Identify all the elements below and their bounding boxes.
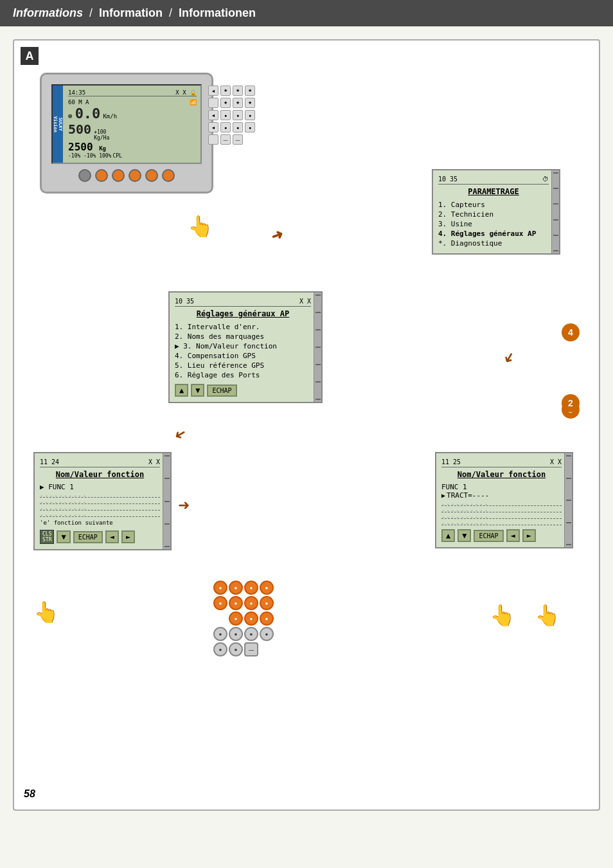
- panel-right-func: FUNC 1: [441, 483, 562, 491]
- menu-item-2: 2. Technicien: [438, 210, 549, 219]
- btn-reglages-echap[interactable]: ECHAP: [207, 384, 236, 397]
- numpad-btn-2-2[interactable]: ●: [244, 611, 258, 626]
- btn-r1c1[interactable]: ◄: [208, 86, 218, 96]
- screen-content: 14:35 X X 🔒 60 M A 📶 ⊗ 0.0 Km/h: [68, 89, 197, 159]
- panel-right-dash3: ----------: [441, 514, 562, 519]
- btn-r2c4[interactable]: ★: [245, 98, 255, 108]
- btn-r1c2[interactable]: ★: [220, 86, 231, 96]
- screen-speed-row: ⊗ 0.0 Km/h: [68, 105, 197, 122]
- btn-r3c2[interactable]: ●: [220, 110, 231, 120]
- panel-reglages-time: 10 35: [175, 298, 194, 305]
- panel-left-footer-text: 'e' fonction suivante: [40, 520, 160, 526]
- screen-top-row: 14:35 X X 🔒: [68, 89, 197, 96]
- btn-row-5[interactable]: — —: [208, 134, 255, 145]
- screen-qty: 2500 Kg: [68, 141, 197, 153]
- btn-r5c1[interactable]: [208, 134, 218, 145]
- device-btn-4[interactable]: [129, 169, 141, 182]
- numpad-btn-2-0: [213, 611, 227, 626]
- btn-left-down[interactable]: ▼: [57, 530, 70, 543]
- numpad-btn-1-0[interactable]: ●: [213, 596, 227, 610]
- reglages-item-4: 4. Compensation GPS: [175, 351, 311, 361]
- numpad-btn-4-1[interactable]: ●: [229, 642, 243, 656]
- arrow-down-1: ➜: [499, 348, 520, 367]
- reglages-item-5: 5. Lieu référence GPS: [175, 361, 311, 370]
- numpad-btn-0-0[interactable]: ●: [213, 581, 227, 595]
- panel-right-header: 11 25 X X: [441, 458, 562, 467]
- numpad-btn-3-2[interactable]: ●: [244, 627, 258, 641]
- panel-reglages-footer[interactable]: ▲ ▼ ECHAP: [175, 384, 311, 397]
- numpad-grid[interactable]: ● ● ● ● ● ● ● ● ● ● ● ● ● ● ● ● ● —: [213, 581, 274, 656]
- btn-row-4[interactable]: ◄ ● ● ●: [208, 122, 255, 132]
- btn-cls-str[interactable]: CLSSTR: [40, 530, 54, 544]
- numpad-btn-4-3: [260, 642, 274, 656]
- numpad-btn-2-3[interactable]: ●: [260, 611, 274, 626]
- main-content: A SULKYVision 14:35 X X 🔒 60 M A: [0, 26, 613, 824]
- btn-r2c3[interactable]: ★: [233, 98, 243, 108]
- reglages-item-6: 6. Réglage des Ports: [175, 370, 311, 380]
- btn-reglages-up[interactable]: ▲: [175, 384, 188, 397]
- btn-r4c4[interactable]: ●: [245, 122, 255, 132]
- device-bottom-buttons[interactable]: [51, 169, 202, 182]
- btn-r2c2[interactable]: ★: [220, 98, 231, 108]
- numpad-btn-0-1[interactable]: ●: [229, 581, 243, 595]
- device-btn-3[interactable]: [112, 169, 125, 182]
- btn-row-1[interactable]: ◄ ★ ★ ★: [208, 86, 255, 96]
- numpad-btn-3-3[interactable]: ●: [260, 627, 274, 641]
- panel-parametrage-icon: ⏱: [542, 176, 549, 183]
- device-btn-6[interactable]: [162, 169, 175, 182]
- device-btn-5[interactable]: [145, 169, 158, 182]
- numpad-btn-4-0[interactable]: ●: [213, 642, 227, 656]
- device-btn-1[interactable]: [78, 169, 91, 182]
- panel-right-buttons[interactable]: ▲ ▼ ECHAP ◄ ►: [441, 529, 562, 542]
- screen-time: 14:35: [68, 89, 85, 96]
- device-btn-2[interactable]: [95, 169, 108, 182]
- numpad-btn-1-1[interactable]: ●: [229, 596, 243, 610]
- panel-reglages-title: Réglages généraux AP: [175, 309, 311, 318]
- panel-nom-valeur-right: 11 25 X X Nom/Valeur fonction FUNC 1 ▶ T…: [435, 452, 573, 548]
- btn-left-right[interactable]: ►: [121, 530, 135, 543]
- badge-2: 2: [562, 394, 580, 412]
- device-right-buttons[interactable]: ◄ ★ ★ ★ ★ ★ ★ ◄ ● ● ●: [208, 86, 255, 145]
- btn-right-echap[interactable]: ECHAP: [474, 530, 503, 542]
- btn-r5c3[interactable]: —: [233, 134, 243, 145]
- btn-row-3[interactable]: ◄ ● ● ●: [208, 110, 255, 120]
- header-title-french: Informations: [13, 6, 83, 20]
- section-label: A: [21, 47, 39, 65]
- btn-r3c4[interactable]: ●: [245, 110, 255, 120]
- btn-r4c1[interactable]: ◄: [208, 122, 218, 132]
- btn-r5c2[interactable]: —: [220, 134, 231, 145]
- btn-r4c2[interactable]: ●: [220, 122, 231, 132]
- btn-right-left[interactable]: ◄: [506, 529, 520, 542]
- numpad-btn-0-2[interactable]: ●: [244, 581, 258, 595]
- btn-reglages-down[interactable]: ▼: [191, 384, 204, 397]
- device-logo: SULKYVision: [53, 86, 63, 163]
- panel-left-func: ▶ FUNC 1 ---------- ---------- ---------…: [40, 483, 160, 517]
- btn-right-down[interactable]: ▼: [458, 529, 471, 542]
- panel-left-scrollbar: [163, 453, 170, 549]
- numpad-btn-1-3[interactable]: ●: [260, 596, 274, 610]
- panel-left-buttons[interactable]: CLSSTR ▼ ECHAP ◄ ►: [40, 530, 160, 544]
- btn-left-echap[interactable]: ECHAP: [73, 531, 103, 543]
- panel-right-title: Nom/Valeur fonction: [441, 470, 562, 479]
- btn-r3c3[interactable]: ●: [233, 110, 243, 120]
- btn-r4c3[interactable]: ●: [233, 122, 243, 132]
- device-screen: SULKYVision 14:35 X X 🔒 60 M A 📶 ⊗: [51, 84, 202, 164]
- btn-r1c3[interactable]: ★: [233, 86, 243, 96]
- numpad-btn-3-1[interactable]: ●: [229, 627, 243, 641]
- numpad-btn-3-0[interactable]: ●: [213, 627, 227, 641]
- panel-right-content: FUNC 1 ▶ TRACT=---- ---------- ---------…: [441, 483, 562, 525]
- numpad-btn-2-1[interactable]: ●: [229, 611, 243, 626]
- panel-right-dash2: ----------: [441, 507, 562, 512]
- btn-row-2[interactable]: ★ ★ ★: [208, 98, 255, 108]
- numpad-btn-4-2[interactable]: —: [244, 642, 258, 656]
- numpad-btn-0-3[interactable]: ●: [260, 581, 274, 595]
- btn-r1c4[interactable]: ★: [245, 86, 255, 96]
- arrow-to-top-right: ➜: [269, 226, 285, 246]
- btn-right-up[interactable]: ▲: [441, 529, 455, 542]
- btn-r2c1[interactable]: [208, 98, 218, 108]
- btn-r3c1[interactable]: ◄: [208, 110, 218, 120]
- btn-left-left[interactable]: ◄: [105, 530, 119, 543]
- numpad-btn-1-2[interactable]: ●: [244, 596, 258, 610]
- header-sep-2: /: [169, 6, 172, 20]
- btn-right-right[interactable]: ►: [522, 529, 536, 542]
